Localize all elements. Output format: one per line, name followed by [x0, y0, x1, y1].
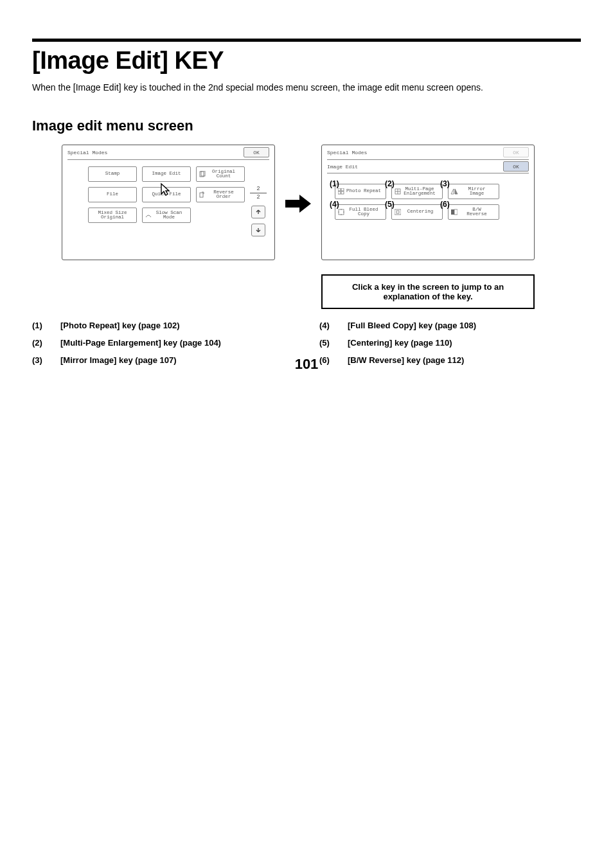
list-item[interactable]: (2)[Multi-Page Enlargement] key (page 10…: [32, 338, 294, 348]
image-edit-panel: Special Modes OK Image Edit OK Photo Rep…: [321, 145, 535, 260]
center-icon: [394, 208, 402, 216]
page-number: 101: [0, 356, 613, 373]
pager-total: 2: [250, 194, 267, 200]
ok-button[interactable]: OK: [244, 147, 269, 157]
slow-scan-button[interactable]: Slow Scan Mode: [142, 208, 191, 223]
callout-4: (4): [330, 200, 339, 209]
section-heading: Image edit menu screen: [32, 118, 581, 134]
pager-current: 2: [250, 186, 267, 193]
bleed-icon: [337, 208, 345, 216]
svg-rect-5: [338, 191, 341, 194]
multi-page-enlargement-button[interactable]: Multi-Page Enlargement: [391, 184, 443, 199]
panel-row: Special Modes OK Stamp Image Edit Origin…: [32, 145, 581, 309]
sub-header: Image Edit OK: [322, 160, 534, 173]
svg-rect-11: [395, 209, 401, 215]
photo-repeat-button[interactable]: Photo Repeat: [335, 184, 386, 199]
reverse-order-button[interactable]: Reverse Order: [196, 187, 245, 202]
svg-rect-13: [451, 209, 454, 215]
image-edit-button[interactable]: Image Edit: [142, 166, 191, 182]
callout-6: (6): [440, 200, 450, 209]
svg-rect-3: [338, 188, 341, 191]
svg-rect-10: [339, 209, 344, 215]
tile-grid: Photo Repeat Multi-Page Enlargement Mirr…: [335, 184, 528, 220]
pager: 2 2: [250, 186, 267, 236]
photo-icon: [337, 188, 345, 195]
bw-icon: [450, 208, 458, 216]
ok-button[interactable]: OK: [503, 161, 529, 172]
ok-button-disabled: OK: [503, 147, 529, 157]
panel-header: Special Modes OK: [62, 145, 274, 159]
intro-text: When the [Image Edit] key is touched in …: [32, 81, 581, 94]
panel-title: Special Modes: [327, 150, 499, 155]
mirror-icon: [450, 188, 458, 195]
full-bleed-copy-button[interactable]: Full Bleed Copy: [335, 204, 386, 220]
horizontal-rule: [32, 39, 581, 42]
callout-5: (5): [385, 200, 395, 209]
tile-grid: Stamp Image Edit Original Count File Qui…: [88, 166, 268, 223]
svg-rect-4: [341, 188, 344, 191]
stamp-button[interactable]: Stamp: [88, 166, 137, 182]
up-arrow-button[interactable]: [251, 206, 265, 218]
note-box: Click a key in the screen to jump to an …: [321, 274, 535, 309]
svg-rect-2: [200, 193, 203, 197]
down-arrow-button[interactable]: [251, 224, 265, 236]
callout-2: (2): [385, 179, 395, 188]
cursor-icon: [159, 182, 172, 198]
svg-rect-12: [396, 211, 399, 213]
centering-button[interactable]: Centering: [391, 204, 443, 220]
bw-reverse-button[interactable]: B/W Reverse: [448, 204, 499, 220]
page-title: [Image Edit] KEY: [32, 47, 581, 75]
svg-rect-14: [454, 209, 458, 215]
scan-icon: [145, 211, 152, 219]
svg-rect-6: [341, 191, 344, 194]
doc-icon: [199, 170, 206, 178]
list-item[interactable]: (1)[Photo Repeat] key (page 102): [32, 321, 294, 330]
special-modes-panel: Special Modes OK Stamp Image Edit Origin…: [62, 145, 275, 260]
transition-arrow-icon: [285, 195, 311, 213]
sub-title: Image Edit: [327, 164, 503, 170]
enlarge-icon: [394, 188, 402, 195]
mixed-size-button[interactable]: Mixed Size Original: [88, 208, 137, 223]
original-count-button[interactable]: Original Count: [196, 166, 245, 182]
panel-header: Special Modes OK: [322, 145, 534, 159]
mirror-image-button[interactable]: Mirror Image: [448, 184, 499, 199]
callout-1: (1): [330, 179, 339, 188]
list-item[interactable]: (4)[Full Bleed Copy] key (page 108): [319, 321, 581, 330]
callout-3: (3): [440, 179, 450, 188]
reverse-icon: [199, 191, 206, 199]
list-item[interactable]: (5)[Centering] key (page 110): [319, 338, 581, 348]
file-button[interactable]: File: [88, 187, 137, 202]
panel-body: Photo Repeat Multi-Page Enlargement Mirr…: [322, 173, 534, 226]
panel-title: Special Modes: [67, 150, 240, 155]
